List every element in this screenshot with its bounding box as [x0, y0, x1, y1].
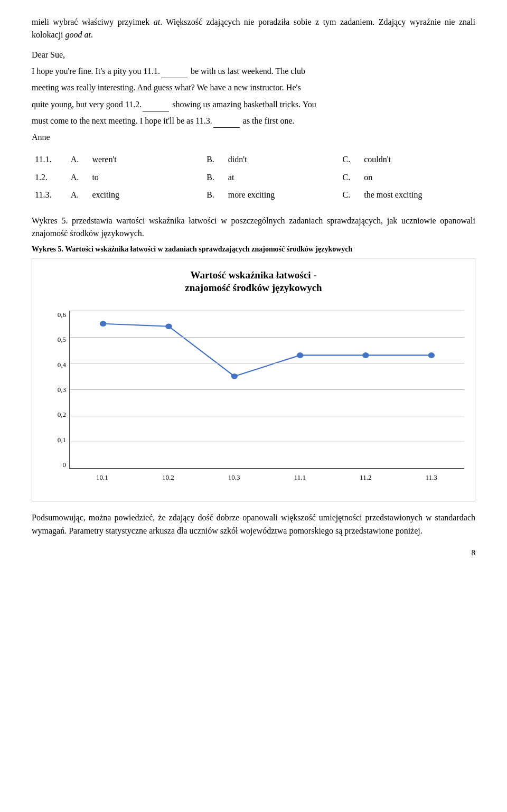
question-row-3: 11.3. A. exciting B. more exciting C. th…	[32, 186, 475, 204]
q2-optA-text: to	[89, 169, 203, 186]
q2-num: 1.2.	[32, 169, 68, 186]
q2-optB-letter: B.	[203, 169, 225, 186]
gridline-01	[70, 442, 464, 442]
dot-5	[362, 352, 369, 358]
dot-2	[165, 323, 172, 329]
y-label-04: 0,4	[58, 361, 66, 369]
x-label-113: 11.3	[426, 473, 437, 482]
question-row-1: 11.1. A. weren't B. didn't C. couldn't	[32, 151, 475, 169]
q1-optA-letter: A.	[68, 151, 89, 169]
dot-1	[100, 321, 106, 326]
dot-6	[428, 352, 435, 358]
q1-optC-text: couldn't	[361, 151, 475, 169]
questions-table: 11.1. A. weren't B. didn't C. couldn't 1…	[32, 151, 475, 204]
y-label-02: 0,2	[58, 410, 66, 419]
question-row-2: 1.2. A. to B. at C. on	[32, 169, 475, 186]
y-label-06: 0,6	[58, 311, 66, 319]
q3-optC-text: the most exciting	[361, 186, 475, 204]
wykres-title: Wykres 5. Wartości wskaźnika łatwości w …	[32, 244, 475, 255]
q3-optA-text: exciting	[89, 186, 203, 204]
gridline-03	[70, 389, 464, 390]
y-label-0: 0	[63, 461, 67, 469]
page-number: 8	[32, 548, 475, 557]
gridline-02	[70, 416, 464, 416]
wykres-title-prefix: Wykres 5.	[32, 245, 63, 253]
wykres-desc-text: Wykres 5. przedstawia wartości wskaźnika…	[32, 216, 475, 238]
q2-optA-letter: A.	[68, 169, 89, 186]
letter-p3: quite young, but very good 11.2. showing…	[32, 97, 475, 111]
q3-num: 11.3.	[32, 186, 68, 204]
letter-p2: meeting was really interesting. And gues…	[32, 80, 475, 95]
chart-title: Wartość wskaźnika łatwości - znajomość ś…	[43, 269, 464, 295]
q3-optB-letter: B.	[203, 186, 225, 204]
intro-text-1: mieli wybrać właściwy przyimek at. Więks…	[32, 16, 475, 41]
x-label-112: 11.2	[360, 473, 371, 482]
x-label-101: 10.1	[96, 473, 108, 482]
q1-num: 11.1.	[32, 151, 68, 169]
q3-optB-text: more exciting	[225, 186, 340, 204]
q1-optB-letter: B.	[203, 151, 225, 169]
x-axis: 10.1 10.2 10.3 11.1 11.2 11.3	[69, 469, 464, 490]
gridline-06	[70, 311, 464, 311]
q1-optC-letter: C.	[340, 151, 361, 169]
dot-4	[297, 352, 303, 358]
y-label-01: 0,1	[58, 436, 66, 444]
y-label-03: 0,3	[58, 386, 66, 394]
wykres-title-rest: Wartości wskaźnika łatwości w zadaniach …	[63, 245, 352, 253]
letter-p4: must come to the next meeting. I hope it…	[32, 114, 475, 128]
x-label-102: 10.2	[162, 473, 174, 482]
q2-optB-text: at	[225, 169, 340, 186]
q2-optC-letter: C.	[340, 169, 361, 186]
letter-salutation: Dear Sue,	[32, 48, 475, 62]
intro-paragraph: mieli wybrać właściwy przyimek at. Więks…	[32, 16, 475, 41]
letter-p1: I hope you're fine. It's a pity you 11.1…	[32, 64, 475, 78]
x-label-111: 11.1	[294, 473, 306, 482]
q3-optC-letter: C.	[340, 186, 361, 204]
q1-optA-text: weren't	[89, 151, 203, 169]
dot-3	[231, 374, 238, 379]
chart-title-line1: Wartość wskaźnika łatwości -	[190, 269, 316, 281]
letter-sign: Anne	[32, 130, 475, 144]
q1-optB-text: didn't	[225, 151, 340, 169]
y-label-05: 0,5	[58, 335, 66, 344]
q3-optA-letter: A.	[68, 186, 89, 204]
chart-title-line2: znajomość środków językowych	[185, 282, 322, 293]
gridline-05	[70, 337, 464, 338]
y-axis: 0 0,1 0,2 0,3 0,4 0,5 0,6	[48, 311, 69, 469]
q2-optC-text: on	[361, 169, 475, 186]
chart-wrapper: 0 0,1 0,2 0,3 0,4 0,5 0,6	[48, 311, 464, 490]
gridline-04	[70, 363, 464, 363]
x-label-103: 10.3	[228, 473, 240, 482]
chart-line	[103, 324, 431, 376]
chart-plot	[69, 311, 464, 469]
chart-container: Wartość wskaźnika łatwości - znajomość ś…	[32, 258, 475, 501]
letter-block: Dear Sue, I hope you're fine. It's a pit…	[32, 48, 475, 144]
conclusion-text: Podsumowując, można powiedzieć, że zdają…	[32, 511, 475, 538]
wykres-description: Wykres 5. przedstawia wartości wskaźnika…	[32, 214, 475, 240]
